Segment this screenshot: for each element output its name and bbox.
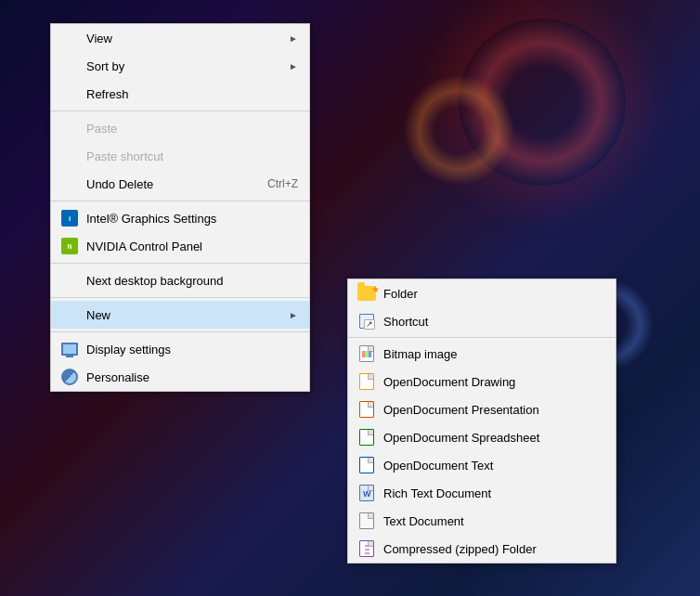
submenu-arrow-icon: ► [289,33,298,44]
ospread-icon-shape [359,429,374,446]
submenu-item-bitmap[interactable]: Bitmap image [348,340,616,368]
menu-item-label: Folder [383,287,604,301]
menu-item-label: Next desktop background [86,274,298,288]
menu-item-label: Compressed (zipped) Folder [383,542,604,556]
menu-item-label: Shortcut [383,315,604,329]
zip-icon-shape [359,540,374,557]
menu-item-intel-graphics[interactable]: i Intel® Graphics Settings [51,204,309,232]
folder-icon-shape [357,286,376,301]
submenu-arrow-icon: ► [289,61,298,71]
paste-shortcut-icon [60,147,79,165]
nvidia-logo: N [61,238,78,254]
nvidia-icon: N [60,237,79,255]
new-icon [60,305,79,324]
menu-item-label: Sort by [86,59,281,73]
refresh-icon [60,84,79,103]
menu-item-display-settings[interactable]: Display settings [51,335,309,363]
text-document-icon-shape [359,512,374,529]
menu-item-label: Refresh [86,87,298,101]
paste-icon [60,119,79,137]
menu-item-label: Display settings [86,343,298,356]
odraw-icon-shape [359,373,374,390]
shortcut-icon-shape [359,314,374,329]
menu-item-next-desktop-bg[interactable]: Next desktop background [51,266,309,294]
otext-icon [357,456,376,474]
submenu-item-shortcut[interactable]: Shortcut [348,307,616,335]
menu-item-undo-delete[interactable]: Undo Delete Ctrl+Z [51,170,309,198]
undo-icon [60,175,79,193]
submenu-item-otext[interactable]: OpenDocument Text [348,451,616,479]
zip-icon [357,539,376,558]
menu-item-label: Paste [86,122,298,136]
menu-item-label: OpenDocument Spreadsheet [383,431,604,445]
odraw-icon [357,372,376,391]
submenu-item-zip[interactable]: Compressed (zipped) Folder [348,535,616,563]
submenu-item-rich[interactable]: Rich Text Document [348,479,616,507]
menu-item-label: Bitmap image [383,347,604,361]
text-document-icon [357,512,376,530]
menu-item-label: View [86,32,281,45]
menu-item-label: Rich Text Document [383,486,604,500]
menu-item-view[interactable]: View ► [51,24,309,52]
folder-icon [357,284,376,303]
intel-logo: i [61,210,78,227]
otext-icon-shape [359,457,374,473]
new-submenu: Folder Shortcut Bitmap image OpenDocumen… [347,279,616,564]
ospread-icon [357,428,376,447]
bitmap-icon-shape [359,345,374,362]
menu-item-new[interactable]: New ► [51,301,309,329]
intel-icon: i [60,209,79,227]
rich-text-icon-shape [359,485,374,501]
menu-item-label: Text Document [383,514,604,528]
menu-item-label: OpenDocument Text [383,459,604,473]
menu-separator [51,201,309,201]
menu-item-label: Personalise [86,370,298,384]
shortcut-icon [357,312,376,330]
menu-item-label: Intel® Graphics Settings [86,212,298,226]
opres-icon-shape [359,401,374,418]
personalise-icon [60,368,79,386]
menu-item-refresh[interactable]: Refresh [51,80,309,108]
bitmap-icon [357,344,376,363]
firework-decoration [403,74,514,186]
menu-item-label: OpenDocument Drawing [383,375,604,389]
menu-item-label: OpenDocument Presentation [383,403,604,417]
submenu-item-text[interactable]: Text Document [348,507,616,535]
menu-item-label: Paste shortcut [86,149,298,163]
display-settings-icon [60,340,79,358]
menu-item-personalise[interactable]: Personalise [51,363,309,391]
menu-item-sort-by[interactable]: Sort by ► [51,52,309,80]
menu-separator [51,297,309,298]
menu-item-label: NVIDIA Control Panel [86,240,298,253]
submenu-item-opres[interactable]: OpenDocument Presentation [348,395,616,423]
menu-separator [51,331,309,332]
menu-separator [51,110,309,111]
menu-item-label: New [86,308,281,322]
rich-text-icon [357,484,376,502]
menu-item-paste-shortcut[interactable]: Paste shortcut [51,142,309,170]
main-context-menu: View ► Sort by ► Refresh Paste Paste sho… [50,23,310,392]
menu-item-label: Undo Delete [86,177,249,191]
menu-separator [51,263,309,264]
menu-item-nvidia[interactable]: N NVIDIA Control Panel [51,232,309,260]
submenu-item-folder[interactable]: Folder [348,279,616,307]
submenu-arrow-icon: ► [289,310,298,320]
sort-by-icon [60,57,79,75]
wallpaper-icon [60,271,79,290]
submenu-item-ospread[interactable]: OpenDocument Spreadsheet [348,423,616,451]
personalise-icon-shape [61,369,78,385]
view-icon [60,29,79,47]
submenu-separator [348,337,616,338]
submenu-item-odraw[interactable]: OpenDocument Drawing [348,368,616,395]
display-icon-shape [61,343,78,356]
keyboard-shortcut: Ctrl+Z [267,177,298,190]
menu-item-paste[interactable]: Paste [51,114,309,142]
opres-icon [357,400,376,419]
